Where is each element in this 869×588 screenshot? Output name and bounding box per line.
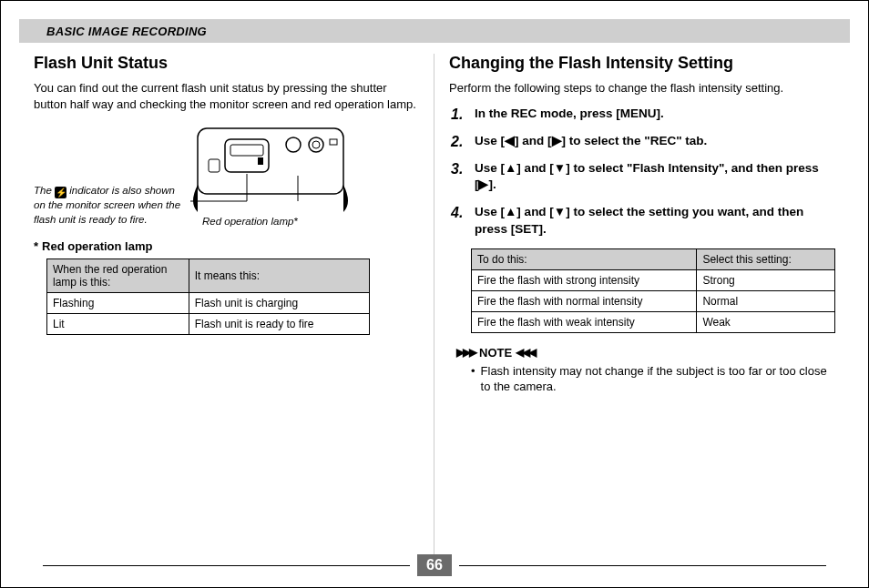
table-row: Flashing Flash unit is charging [47,293,370,314]
section-banner: BASIC IMAGE RECORDING [19,19,850,43]
flash-intensity-paragraph: Perform the following steps to change th… [449,80,835,96]
camera-illustration-group: The ⚡ indicator is also shown on the mon… [34,121,419,227]
table-cell: Lit [47,314,189,335]
svg-rect-4 [209,159,220,172]
note-label: NOTE [479,346,512,360]
table-header: To do this: [472,248,697,269]
manual-page: BASIC IMAGE RECORDING Flash Unit Status … [0,0,869,588]
note-body-text: Flash intensity may not change if the su… [481,363,835,395]
table-row: Fire the flash with weak intensity Weak [472,311,835,332]
flash-bolt-icon: ⚡ [55,187,66,198]
table-row: Lit Flash unit is ready to fire [47,314,370,335]
page-number-bar: 66 [43,554,826,576]
note-chevron-right-icon: ▶▶▶ [456,346,475,359]
two-column-layout: Flash Unit Status You can find out the c… [19,54,850,559]
step-item: Use [▲] and [▼] to select the setting yo… [471,204,835,237]
step-item: In the REC mode, press [MENU]. [471,106,835,122]
page-number-rule [43,565,410,566]
table-row: Fire the flash with normal intensity Nor… [472,290,835,311]
red-lamp-subhead: *Red operation lamp [34,239,419,253]
table-row: Fire the flash with strong intensity Str… [472,269,835,290]
step-item: Use [◀] and [▶] to select the "REC" tab. [471,133,835,149]
table-header: It means this: [189,259,369,293]
table-header: Select this setting: [697,248,835,269]
camera-illustration: Red operation lamp* [189,121,353,227]
left-column: Flash Unit Status You can find out the c… [19,54,434,559]
table-header: When the red operation lamp is this: [47,259,189,293]
flash-status-paragraph: You can find out the current flash unit … [34,80,419,112]
svg-point-7 [312,141,320,148]
table-cell: Fire the flash with normal intensity [472,290,697,311]
note-heading: ▶▶▶ NOTE ◀◀◀ [456,346,835,360]
table-cell: Strong [697,269,835,290]
right-column: Changing the Flash Intensity Setting Per… [434,54,850,559]
bullet-icon: • [471,363,475,395]
table-cell: Normal [697,290,835,311]
table-cell: Flashing [47,293,189,314]
svg-rect-8 [330,139,337,145]
table-cell: Fire the flash with weak intensity [472,311,697,332]
flash-status-heading: Flash Unit Status [34,54,419,73]
page-number-rule [459,565,826,566]
table-cell: Fire the flash with strong intensity [472,269,697,290]
note-chevron-left-icon: ◀◀◀ [516,346,535,359]
flash-intensity-heading: Changing the Flash Intensity Setting [449,54,835,73]
indicator-caption: The ⚡ indicator is also shown on the mon… [34,184,189,227]
red-lamp-callout: Red operation lamp* [202,216,339,227]
svg-rect-3 [258,157,263,165]
table-cell: Weak [697,311,835,332]
red-lamp-table: When the red operation lamp is this: It … [46,259,370,335]
table-cell: Flash unit is ready to fire [189,314,369,335]
note-body: • Flash intensity may not change if the … [471,363,835,395]
indicator-caption-pre: The [34,185,55,196]
red-lamp-subhead-label: Red operation lamp [42,239,152,253]
intensity-settings-table: To do this: Select this setting: Fire th… [471,248,835,333]
svg-point-5 [286,137,301,152]
camera-back-icon [189,121,353,212]
svg-rect-2 [230,145,263,156]
svg-point-6 [309,137,323,152]
step-item: Use [▲] and [▼] to select "Flash Intensi… [471,160,835,193]
asterisk-icon: * [34,239,38,253]
steps-list: In the REC mode, press [MENU]. Use [◀] a… [471,106,835,238]
page-number: 66 [417,554,452,576]
table-cell: Flash unit is charging [189,293,369,314]
